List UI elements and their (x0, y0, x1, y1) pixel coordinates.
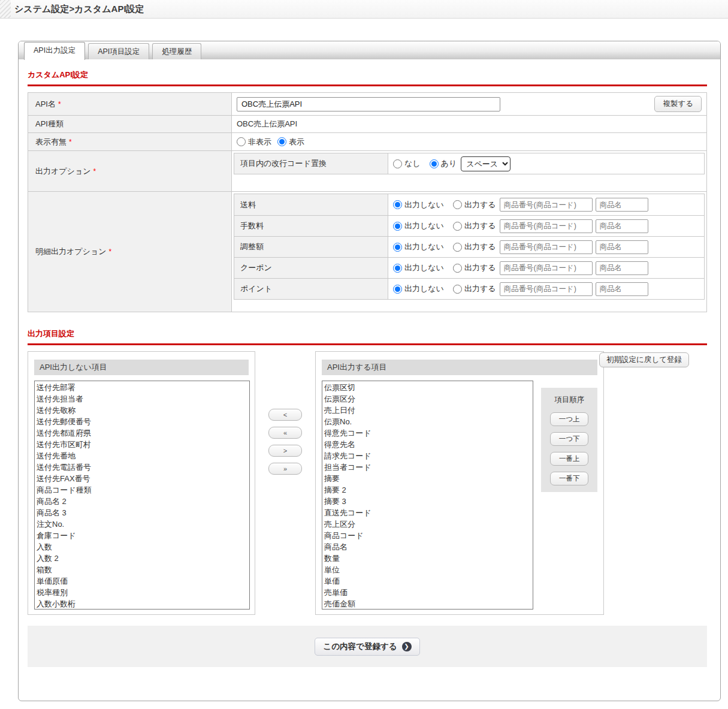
list-item[interactable]: 単位 (324, 564, 533, 575)
radio-newline-yes-input[interactable] (430, 159, 439, 168)
move-left-button[interactable]: < (268, 409, 302, 421)
radio-visible[interactable]: 表示 (277, 137, 304, 147)
list-item[interactable]: 伝票区分 (324, 393, 533, 405)
detail-row-point: ポイント 出力しない 出力する (234, 278, 704, 299)
product-code-input[interactable] (500, 219, 593, 233)
radio-output[interactable]: 出力する (453, 263, 496, 273)
included-items-listbox[interactable]: 伝票区切伝票区分売上日付伝票No.得意先コード得意先名請求先コード担当者コード摘… (322, 381, 533, 610)
detail-row-shipping: 送料 出力しない 出力する (234, 194, 704, 215)
list-item[interactable]: 数量 (324, 553, 533, 564)
move-up-one-button[interactable]: 一つ上 (550, 412, 588, 426)
radio-newline-none[interactable]: なし (393, 158, 421, 169)
radio-no-output[interactable]: 出力しない (393, 283, 444, 294)
move-all-left-button[interactable]: « (268, 427, 302, 439)
list-item[interactable]: 商品名 3 (37, 507, 249, 518)
radio-newline-none-input[interactable] (393, 159, 402, 168)
product-code-input[interactable] (500, 198, 593, 212)
list-item[interactable]: 送付先部署 (37, 382, 249, 393)
move-to-bottom-button[interactable]: 一番下 (550, 472, 588, 485)
list-item[interactable]: 税率種別 (37, 587, 249, 598)
list-item[interactable]: 商品名 (324, 541, 533, 553)
product-name-input[interactable] (596, 198, 648, 212)
move-to-top-button[interactable]: 一番上 (550, 452, 588, 466)
reset-to-default-button[interactable]: 初期設定に戻して登録 (599, 352, 689, 367)
dual-list-area: API出力しない項目 送付先部署送付先担当者送付先敬称送付先郵便番号送付先都道府… (28, 351, 707, 615)
list-item[interactable]: 入数小数桁 (37, 598, 249, 610)
radio-hidden-input[interactable] (237, 137, 246, 146)
move-down-one-button[interactable]: 一つ下 (550, 432, 588, 446)
list-item[interactable]: 得意先名 (324, 439, 533, 450)
submit-button[interactable]: この内容で登録する ❯ (315, 638, 419, 656)
move-all-right-button[interactable]: » (268, 463, 302, 475)
product-name-input[interactable] (596, 240, 648, 254)
product-name-input[interactable] (596, 219, 648, 233)
radio-no-output[interactable]: 出力しない (393, 200, 444, 210)
radio-hidden[interactable]: 非表示 (237, 137, 271, 147)
radio-no-output-input[interactable] (393, 200, 402, 209)
radio-newline-yes[interactable]: あり (430, 158, 457, 169)
radio-no-output[interactable]: 出力しない (393, 221, 444, 231)
list-item[interactable]: 入数 2 (37, 553, 249, 564)
radio-output-input[interactable] (453, 285, 462, 294)
list-item[interactable]: 送付先電話番号 (37, 461, 249, 473)
radio-output[interactable]: 出力する (453, 200, 496, 210)
list-item[interactable]: 注文No. (37, 518, 249, 530)
list-item[interactable]: 得意先コード (324, 427, 533, 439)
radio-no-output-input[interactable] (393, 243, 402, 252)
radio-no-output-input[interactable] (393, 285, 402, 294)
list-item[interactable]: 送付先市区町村 (37, 439, 249, 450)
list-item[interactable]: 商品コード種類 (37, 484, 249, 496)
list-item[interactable]: 直送先コード (324, 507, 533, 518)
radio-no-output-input[interactable] (393, 222, 402, 231)
list-item[interactable]: 箱数 (37, 564, 249, 575)
list-item[interactable]: 入数 (37, 541, 249, 553)
radio-output-input[interactable] (453, 200, 462, 209)
radio-visible-input[interactable] (277, 137, 286, 146)
list-item[interactable]: 送付先担当者 (37, 393, 249, 405)
radio-no-output[interactable]: 出力しない (393, 242, 444, 252)
product-code-input[interactable] (500, 240, 593, 254)
list-item[interactable]: 担当者コード (324, 461, 533, 473)
product-name-input[interactable] (596, 282, 648, 296)
tab-api-item-settings[interactable]: API項目設定 (88, 43, 149, 59)
radio-output-input[interactable] (453, 264, 462, 273)
move-right-button[interactable]: > (268, 445, 302, 457)
list-item[interactable]: 売上日付 (324, 405, 533, 416)
excluded-items-listbox[interactable]: 送付先部署送付先担当者送付先敬称送付先郵便番号送付先都道府県送付先市区町村送付先… (34, 381, 250, 610)
list-item[interactable]: 商品コード (324, 530, 533, 541)
list-item[interactable]: 商品名 2 (37, 496, 249, 507)
list-item[interactable]: 伝票No. (324, 416, 533, 427)
list-item[interactable]: 伝票区切 (324, 382, 533, 393)
newline-replace-select[interactable]: スペース (461, 156, 510, 171)
api-name-input[interactable] (237, 97, 500, 111)
list-item[interactable]: 倉庫コード (37, 530, 249, 541)
list-item[interactable]: 送付先番地 (37, 450, 249, 461)
radio-no-output-input[interactable] (393, 264, 402, 273)
list-item[interactable]: 単価 (324, 575, 533, 587)
radio-output[interactable]: 出力する (453, 242, 496, 252)
radio-output-input[interactable] (453, 243, 462, 252)
radio-no-output[interactable]: 出力しない (393, 263, 444, 273)
tab-process-history[interactable]: 処理履歴 (152, 43, 201, 59)
list-item[interactable]: 請求先コード (324, 450, 533, 461)
list-item[interactable]: 送付先都道府県 (37, 427, 249, 439)
radio-output-input[interactable] (453, 222, 462, 231)
product-code-input[interactable] (500, 282, 593, 296)
list-item[interactable]: 売価金額 (324, 598, 533, 610)
radio-output[interactable]: 出力する (453, 221, 496, 231)
list-item[interactable]: 売単価 (324, 587, 533, 598)
tab-api-output-settings[interactable]: API出力設定 (24, 42, 85, 60)
list-item[interactable]: 送付先FAX番号 (37, 473, 249, 484)
included-items-box: API出力する項目 伝票区切伝票区分売上日付伝票No.得意先コード得意先名請求先… (315, 351, 604, 615)
radio-output[interactable]: 出力する (453, 283, 496, 294)
product-code-input[interactable] (500, 261, 593, 275)
list-item[interactable]: 単価原価 (37, 575, 249, 587)
list-item[interactable]: 送付先敬称 (37, 405, 249, 416)
list-item[interactable]: 摘要 3 (324, 496, 533, 507)
list-item[interactable]: 売上区分 (324, 518, 533, 530)
list-item[interactable]: 摘要 2 (324, 484, 533, 496)
list-item[interactable]: 送付先郵便番号 (37, 416, 249, 427)
list-item[interactable]: 摘要 (324, 473, 533, 484)
duplicate-button[interactable]: 複製する (654, 96, 702, 112)
product-name-input[interactable] (596, 261, 648, 275)
